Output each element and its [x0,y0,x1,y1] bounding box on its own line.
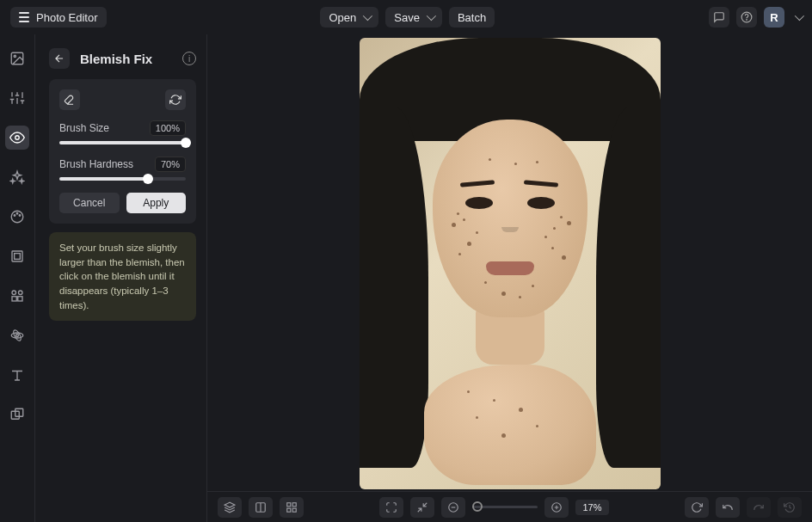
save-button[interactable]: Save [385,7,442,28]
shapes-icon [9,288,25,304]
svg-point-8 [19,215,21,217]
svg-point-1 [747,20,747,21]
help-button[interactable] [736,7,757,28]
sidebar-item-color[interactable] [5,205,29,229]
svg-point-4 [15,136,20,140]
brush-hardness-label: Brush Hardness [59,158,133,170]
brush-size-value[interactable]: 100% [150,120,186,136]
svg-rect-9 [12,251,22,261]
zoom-slider[interactable] [472,506,538,508]
bottom-bar: 17% [207,491,812,522]
image-icon [9,51,25,66]
undo-icon [722,501,734,513]
sidebar-item-elements[interactable] [5,284,29,308]
overlay-icon [9,407,25,422]
info-button[interactable]: i [182,52,196,65]
compare-icon [255,501,267,513]
svg-rect-24 [292,508,296,512]
zoom-value[interactable]: 17% [575,500,608,515]
fitscreen-button[interactable] [410,497,434,518]
svg-point-3 [14,55,15,57]
cancel-button[interactable]: Cancel [59,193,120,213]
rotate-button[interactable] [685,497,709,518]
blemish-card: Brush Size 100% Brush Hardness 70% Cance… [49,79,196,224]
avatar[interactable]: R [764,7,784,28]
history-button[interactable] [778,497,802,518]
chevron-down-icon [427,11,436,21]
tools-sidebar [0,34,35,522]
svg-point-15 [16,335,19,337]
eraser-button[interactable] [59,89,80,110]
rotate-icon [691,501,703,513]
grid-button[interactable] [280,497,304,518]
help-icon [741,11,753,23]
sidebar-item-effects[interactable] [5,323,29,347]
fullscreen-button[interactable] [379,497,403,518]
svg-point-13 [19,291,23,295]
brush-size-slider[interactable] [59,141,186,144]
sparkles-icon [9,169,25,185]
plus-circle-icon [551,501,563,513]
history-icon [784,501,796,513]
sidebar-item-frame[interactable] [5,244,29,268]
menu-icon [19,12,29,22]
app-menu-button[interactable]: Photo Editor [10,7,107,28]
svg-point-11 [12,291,16,295]
sidebar-item-image[interactable] [5,46,29,71]
panel-title: Blemish Fix [80,52,172,66]
text-icon [9,367,25,383]
eye-icon [9,130,25,145]
comment-icon [713,11,725,23]
sliders-icon [9,90,25,106]
brush-size-label: Brush Size [59,122,109,134]
layers-icon [224,501,236,513]
tool-panel: Blemish Fix i Brush Size 100% Br [35,34,207,522]
layers-button[interactable] [218,497,242,518]
grid-icon [286,501,298,513]
open-button[interactable]: Open [320,7,378,28]
svg-rect-25 [287,508,291,512]
batch-label: Batch [458,11,486,24]
minimize-icon [416,501,428,513]
palette-icon [9,209,25,224]
sidebar-item-retouch[interactable] [5,126,29,150]
svg-marker-20 [225,502,235,507]
reset-button[interactable] [165,89,186,110]
tip-box: Set your brush size slightly larger than… [49,232,196,321]
minus-circle-icon [447,501,459,513]
undo-button[interactable] [716,497,740,518]
sidebar-item-text[interactable] [5,363,29,387]
brush-hardness-slider[interactable] [59,177,186,181]
photo [360,38,661,489]
maximize-icon [385,501,397,513]
zoom-in-button[interactable] [544,497,569,518]
avatar-initial: R [770,11,778,24]
sidebar-item-ai[interactable] [5,165,29,189]
brush-hardness-value[interactable]: 70% [155,157,186,172]
compare-button[interactable] [249,497,273,518]
atom-icon [9,328,25,343]
apply-button[interactable]: Apply [126,193,187,213]
svg-rect-22 [287,502,291,506]
batch-button[interactable]: Batch [449,7,495,28]
svg-point-17 [12,329,22,342]
apply-label: Apply [143,197,169,209]
refresh-icon [169,94,181,106]
zoom-out-button[interactable] [441,497,465,518]
canvas-area[interactable] [207,34,812,522]
redo-button[interactable] [747,497,771,518]
arrow-left-icon [53,52,65,64]
redo-icon [753,501,765,513]
frame-icon [9,249,25,264]
eraser-icon [64,94,76,106]
back-button[interactable] [49,48,70,69]
app-title: Photo Editor [36,11,98,24]
sidebar-item-adjust[interactable] [5,86,29,110]
svg-rect-23 [292,502,296,506]
svg-rect-10 [15,254,21,260]
chevron-down-icon[interactable] [795,11,804,21]
svg-rect-12 [18,297,22,301]
svg-point-7 [16,213,18,215]
comment-button[interactable] [709,7,729,28]
sidebar-item-overlay[interactable] [5,402,29,427]
